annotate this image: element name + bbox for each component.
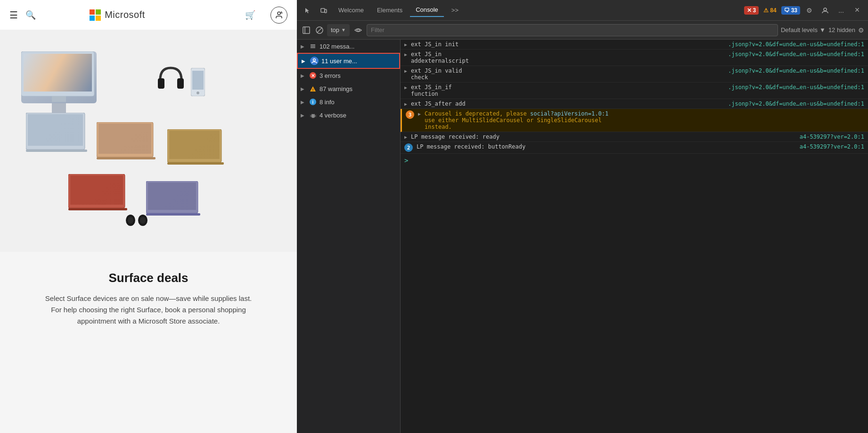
sidebar-item-warnings[interactable]: ▶ ! 87 warnings <box>297 82 400 95</box>
laptop-2 <box>97 122 156 164</box>
ms-logo-text: Microsoft <box>105 9 145 20</box>
console-line: 2 LP message received: buttonReady a4-53… <box>401 142 868 154</box>
line-arrow-icon: ▶ <box>404 84 407 90</box>
sidebar-item-info[interactable]: ▶ i 8 info <box>297 95 400 108</box>
sidebar-item-verbose[interactable]: ▶ 4 verbose <box>297 108 400 122</box>
sidebar-arrow-errors-icon: ▶ <box>301 73 306 78</box>
earbuds <box>125 212 148 230</box>
console-line-text: LP message received: buttonReady <box>417 143 796 150</box>
cursor-tool-button[interactable] <box>301 3 315 17</box>
svg-rect-9 <box>28 114 83 146</box>
console-filter-input[interactable] <box>367 24 778 36</box>
tab-welcome[interactable]: Welcome <box>333 4 369 17</box>
context-value: top <box>331 26 339 33</box>
info-badge[interactable]: 🗨 33 <box>781 6 800 15</box>
sidebar-warnings-label: 87 warnings <box>319 85 352 92</box>
laptop-4 <box>68 174 127 214</box>
svg-rect-21 <box>148 183 196 210</box>
search-icon[interactable]: 🔍 <box>25 10 36 20</box>
tab-more[interactable]: >> <box>446 4 464 17</box>
hero-section <box>0 30 297 252</box>
ms-logo-blue <box>90 16 95 21</box>
console-main: ▶ 102 messa... ▶ <box>297 40 868 433</box>
line-expand-arrow-icon[interactable]: ▶ <box>418 110 421 117</box>
warning-count-badge: 3 <box>406 110 414 119</box>
error-badge[interactable]: ✕ 3 <box>744 6 759 15</box>
more-options-button[interactable]: ... <box>834 3 848 17</box>
svg-rect-13 <box>97 157 156 159</box>
ms-logo-grid <box>90 9 101 21</box>
sidebar-item-all-messages[interactable]: ▶ 102 messa... <box>297 40 400 53</box>
svg-rect-16 <box>167 162 224 165</box>
tab-elements[interactable]: Elements <box>371 4 408 17</box>
svg-rect-22 <box>146 213 200 216</box>
console-line-link[interactable]: .jsonp?v=2.0&df=unde…en-us&b=undefined:1 <box>728 41 864 48</box>
small-device <box>191 68 205 98</box>
console-line-link[interactable]: .jsonp?v=2.0&df=unde…en-us&b=undefined:1 <box>728 84 864 91</box>
list-icon <box>309 42 317 50</box>
line-arrow-icon: ▶ <box>404 133 407 140</box>
svg-point-39 <box>357 29 359 31</box>
console-sidebar: ▶ 102 messa... ▶ <box>297 40 401 433</box>
devices-image <box>12 42 285 240</box>
monitor-device <box>21 51 97 103</box>
sidebar-errors-label: 3 errors <box>319 72 341 79</box>
svg-rect-32 <box>321 8 325 12</box>
svg-point-43 <box>313 59 316 61</box>
device-toggle-button[interactable] <box>317 3 331 17</box>
headphones <box>158 63 184 93</box>
context-arrow-icon: ▼ <box>341 27 346 33</box>
svg-rect-23 <box>158 78 164 89</box>
info-circle-sidebar-icon: i <box>309 98 317 106</box>
console-line-link[interactable]: a4-539297?ver=2.0:1 <box>800 133 864 140</box>
sidebar-toggle-button[interactable] <box>301 25 312 36</box>
console-prompt[interactable]: > <box>401 154 868 167</box>
levels-dropdown[interactable]: Default levels ▼ <box>781 26 826 33</box>
console-settings-icon[interactable]: ⚙ <box>858 26 864 34</box>
svg-point-27 <box>197 92 199 94</box>
user-icon[interactable] <box>270 7 287 24</box>
tab-console[interactable]: Console <box>410 3 444 17</box>
sidebar-all-messages-label: 102 messa... <box>319 43 354 50</box>
clear-console-button[interactable] <box>315 25 324 35</box>
svg-line-38 <box>317 27 322 33</box>
svg-text:!: ! <box>312 88 314 92</box>
console-line-link[interactable]: a4-539297?ver=2.0:1 <box>800 143 864 150</box>
svg-point-30 <box>128 217 133 224</box>
eye-button[interactable] <box>352 25 364 36</box>
line-arrow-icon: ▶ <box>404 67 407 74</box>
sidebar-arrow-info-icon: ▶ <box>301 100 306 105</box>
sidebar-item-user-messages[interactable]: ▶ 11 user me... <box>297 53 400 69</box>
error-circle-icon: ✕ <box>309 72 317 79</box>
console-line: ▶ LP message received: ready a4-539297?v… <box>401 132 868 142</box>
sidebar-item-errors[interactable]: ▶ ✕ 3 errors <box>297 69 400 82</box>
svg-rect-15 <box>169 131 220 159</box>
hamburger-icon[interactable]: ☰ <box>9 9 18 21</box>
svg-rect-18 <box>70 175 123 205</box>
levels-arrow-icon: ▼ <box>819 26 826 33</box>
settings-button[interactable]: ⚙ <box>802 3 816 17</box>
hidden-count: 12 hidden <box>828 26 855 33</box>
svg-point-31 <box>140 217 146 224</box>
profile-button[interactable] <box>818 3 832 17</box>
console-output[interactable]: ▶ ext JS_in init .jsonp?v=2.0&df=unde…en… <box>401 40 868 433</box>
laptop-5 <box>146 181 200 218</box>
warning-badge[interactable]: ⚠ 84 <box>761 6 779 15</box>
console-text-line1: ext JS_in_if <box>411 84 724 91</box>
console-line-link[interactable]: .jsonp?v=2.0&df=unde…en-us&b=undefined:1 <box>728 100 864 107</box>
console-inline-link[interactable]: social?apiVersion=1.0:1 <box>530 110 608 117</box>
console-line-text: LP message received: ready <box>411 133 796 140</box>
console-line-link[interactable]: .jsonp?v=2.0&df=unde…en-us&b=undefined:1 <box>728 67 864 74</box>
close-devtools-button[interactable]: × <box>850 3 864 17</box>
sidebar-arrow-icon: ▶ <box>301 44 306 49</box>
svg-rect-35 <box>303 27 310 33</box>
console-line: ▶ ext JS_after add .jsonp?v=2.0&df=unde…… <box>401 99 868 109</box>
console-line: ▶ ext JS_in_if function .jsonp?v=2.0&df=… <box>401 83 868 99</box>
error-count: 3 <box>753 7 756 14</box>
ms-logo[interactable]: Microsoft <box>90 9 145 21</box>
cart-icon[interactable]: 🛒 <box>245 10 255 20</box>
sidebar-info-label: 8 info <box>319 99 335 106</box>
svg-line-49 <box>310 115 311 116</box>
context-selector[interactable]: top ▼ <box>327 24 350 36</box>
console-line-link[interactable]: .jsonp?v=2.0&df=unde…en-us&b=undefined:1 <box>728 51 864 58</box>
